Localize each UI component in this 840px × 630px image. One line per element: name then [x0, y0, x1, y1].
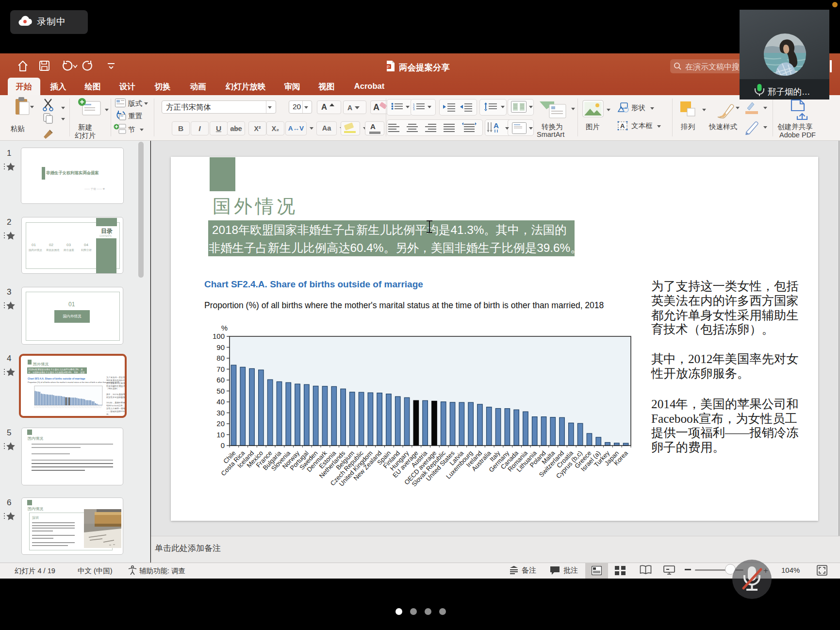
svg-text:3: 3	[413, 108, 415, 111]
svg-text:A: A	[620, 122, 625, 130]
svg-text:80: 80	[216, 354, 225, 362]
svg-text:60: 60	[216, 376, 225, 384]
svg-text:0: 0	[221, 441, 225, 449]
svg-text:70: 70	[216, 365, 225, 373]
svg-text:30: 30	[216, 409, 225, 417]
svg-text:A: A	[494, 121, 499, 130]
svg-text:10: 10	[216, 431, 225, 439]
svg-text:50: 50	[216, 387, 225, 395]
svg-text:A: A	[373, 102, 379, 112]
svg-text:P: P	[387, 65, 390, 69]
svg-text:40: 40	[216, 398, 225, 406]
svg-text:20: 20	[216, 419, 225, 428]
svg-text:%: %	[221, 324, 228, 332]
svg-text:90: 90	[216, 343, 225, 351]
svg-text:100: 100	[213, 332, 225, 340]
